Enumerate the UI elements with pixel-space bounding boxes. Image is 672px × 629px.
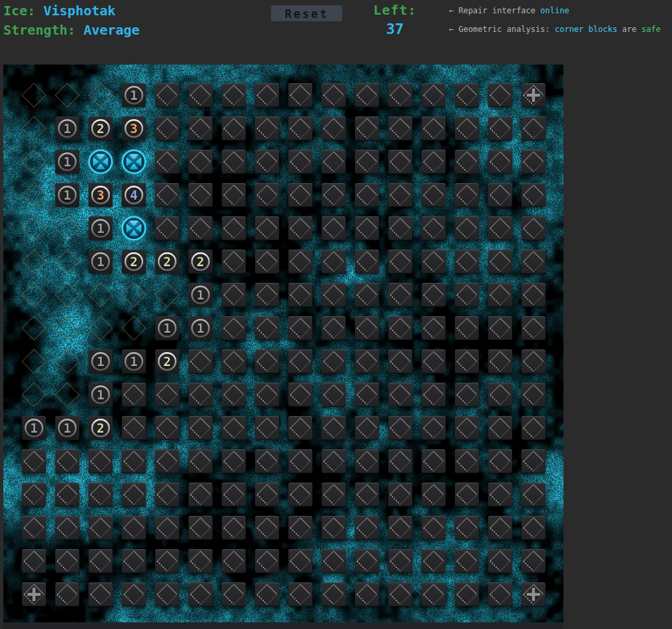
cell-r6-c9[interactable] [317,278,350,312]
cell-r1-c12[interactable] [417,112,450,145]
cell-r10-c12[interactable] [417,411,450,445]
cell-r4-c7[interactable] [250,212,284,245]
cell-r7-c13[interactable] [450,312,484,345]
cell-r7-c14[interactable] [484,312,517,345]
cell-r1-c6[interactable] [217,112,250,145]
cell-r0-c6[interactable] [217,79,250,112]
cell-r15-c1[interactable] [51,578,84,611]
cell-r9-c5[interactable] [184,378,217,411]
cell-r15-c6[interactable] [217,578,250,611]
cell-r3-c4[interactable] [151,178,184,212]
cell-r4-c4[interactable] [151,212,184,245]
cell-r8-c11[interactable] [384,345,417,378]
cell-r11-c5[interactable] [184,445,217,478]
cell-r1-c13[interactable] [450,112,484,145]
cell-r2-c15[interactable] [517,145,550,178]
cell-r6-c10[interactable] [350,278,384,312]
cell-r11-c1[interactable] [51,445,84,478]
cell-r2-c7[interactable] [250,145,284,178]
cell-r13-c12[interactable] [417,511,450,544]
cell-r4-c9[interactable] [317,212,350,245]
cell-r11-c8[interactable] [284,445,317,478]
cell-r2-c10[interactable] [350,145,384,178]
cell-r13-c3[interactable] [117,511,151,544]
cell-r8-c14[interactable] [484,345,517,378]
cell-r6-c14[interactable] [484,278,517,312]
cell-r1-c9[interactable] [317,112,350,145]
cell-r14-c1[interactable] [51,544,84,578]
cell-r6-c15[interactable] [517,278,550,312]
cell-r12-c11[interactable] [384,478,417,511]
cell-r11-c13[interactable] [450,445,484,478]
cell-r6-c6[interactable] [217,278,250,312]
cell-r15-c12[interactable] [417,578,450,611]
cell-r14-c8[interactable] [284,544,317,578]
cell-r12-c9[interactable] [317,478,350,511]
cell-r9-c4[interactable] [151,378,184,411]
cell-r13-c7[interactable] [250,511,284,544]
cell-r8-c6[interactable] [217,345,250,378]
cell-r8-c13[interactable] [450,345,484,378]
cell-r12-c3[interactable] [117,478,151,511]
cell-r14-c10[interactable] [350,544,384,578]
cell-r13-c13[interactable] [450,511,484,544]
cell-r5-c14[interactable] [484,245,517,278]
cell-r13-c6[interactable] [217,511,250,544]
cell-r4-c5[interactable] [184,212,217,245]
cell-r4-c10[interactable] [350,212,384,245]
cell-r0-c10[interactable] [350,79,384,112]
cell-r7-c15[interactable] [517,312,550,345]
cell-r0-c5[interactable] [184,79,217,112]
cell-r11-c3[interactable] [117,445,151,478]
cell-r1-c5[interactable] [184,112,217,145]
cell-r9-c3[interactable] [117,378,151,411]
cell-r0-c15[interactable] [517,79,550,112]
cell-r9-c9[interactable] [317,378,350,411]
cell-r3-c10[interactable] [350,178,384,212]
cell-r1-c8[interactable] [284,112,317,145]
cell-r13-c4[interactable] [151,511,184,544]
cell-r3-c12[interactable] [417,178,450,212]
cell-r7-c8[interactable] [284,312,317,345]
cell-r12-c1[interactable] [51,478,84,511]
cell-r11-c7[interactable] [250,445,284,478]
cell-r8-c12[interactable] [417,345,450,378]
cell-r8-c7[interactable] [250,345,284,378]
cell-r11-c12[interactable] [417,445,450,478]
cell-r9-c15[interactable] [517,378,550,411]
cell-r6-c7[interactable] [250,278,284,312]
cell-r3-c14[interactable] [484,178,517,212]
cell-r8-c8[interactable] [284,345,317,378]
cell-r4-c11[interactable] [384,212,417,245]
cell-r2-c6[interactable] [217,145,250,178]
cell-r5-c11[interactable] [384,245,417,278]
cell-r5-c15[interactable] [517,245,550,278]
cell-r5-c10[interactable] [350,245,384,278]
cell-r11-c14[interactable] [484,445,517,478]
cell-r12-c5[interactable] [184,478,217,511]
cell-r13-c14[interactable] [484,511,517,544]
cell-r6-c12[interactable] [417,278,450,312]
cell-r15-c5[interactable] [184,578,217,611]
cell-r3-c8[interactable] [284,178,317,212]
cell-r3-c6[interactable] [217,178,250,212]
cell-r2-c3[interactable] [117,145,151,178]
cell-r1-c4[interactable] [151,112,184,145]
cell-r0-c14[interactable] [484,79,517,112]
cell-r12-c8[interactable] [284,478,317,511]
cell-r2-c9[interactable] [317,145,350,178]
cell-r6-c11[interactable] [384,278,417,312]
cell-r15-c4[interactable] [151,578,184,611]
cell-r0-c9[interactable] [317,79,350,112]
cell-r4-c6[interactable] [217,212,250,245]
cell-r0-c11[interactable] [384,79,417,112]
cell-r7-c10[interactable] [350,312,384,345]
cell-r15-c7[interactable] [250,578,284,611]
cell-r2-c8[interactable] [284,145,317,178]
cell-r9-c7[interactable] [250,378,284,411]
cell-r3-c7[interactable] [250,178,284,212]
cell-r14-c3[interactable] [117,544,151,578]
cell-r10-c9[interactable] [317,411,350,445]
cell-r10-c6[interactable] [217,411,250,445]
cell-r5-c7[interactable] [250,245,284,278]
